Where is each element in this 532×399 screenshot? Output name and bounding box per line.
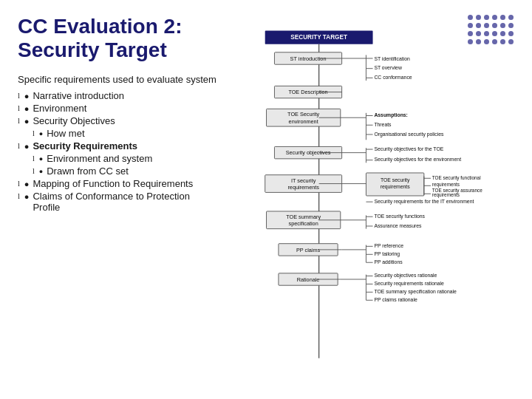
svg-text:PP tailoring: PP tailoring: [374, 251, 400, 257]
list-item-drawn-cc: ● Drawn from CC set: [18, 165, 217, 177]
subtitle: Specific requirements used to evaluate s…: [18, 74, 217, 85]
svg-text:TOE security: TOE security: [381, 177, 410, 183]
list-item-text: Environment: [33, 103, 86, 114]
sub-bullet-icon: ●: [39, 130, 43, 137]
svg-text:specification: specification: [289, 220, 318, 227]
list-item-narrative: ● Narrative introduction: [18, 89, 217, 102]
svg-text:IT security: IT security: [291, 177, 316, 184]
right-panel: SECURITY TARGET ST introduction ST ident…: [225, 15, 514, 392]
sub-bullet-icon: ●: [39, 155, 43, 163]
svg-text:requirements: requirements: [432, 182, 460, 188]
svg-text:TOE Security: TOE Security: [287, 111, 320, 117]
svg-text:CC conformance: CC conformance: [374, 75, 412, 80]
svg-text:TOE summary: TOE summary: [286, 214, 321, 220]
sub-bullet-icon: ●: [39, 168, 43, 175]
list-item-text: Security Requirements: [33, 140, 137, 151]
svg-text:PP reference: PP reference: [374, 243, 403, 248]
svg-text:Assumptions:: Assumptions:: [374, 112, 408, 118]
svg-text:TOE summary specification rati: TOE summary specification rationale: [374, 289, 457, 295]
bullet-icon: ●: [24, 192, 30, 201]
svg-text:requirements: requirements: [287, 184, 319, 191]
svg-text:Security objectives for the en: Security objectives for the environment: [374, 157, 461, 163]
list-item-text: Environment and system: [47, 153, 152, 164]
list-item-claims: ● Claims of Conformance to Protection Pr…: [18, 190, 217, 214]
list-item-text: Claims of Conformance to Protection Prof…: [33, 191, 217, 213]
list-item-how-met: ● How met: [18, 127, 217, 140]
svg-text:TOE security functions: TOE security functions: [374, 214, 425, 219]
main-bullet-list: ● Narrative introduction ● Environment ●…: [18, 89, 217, 214]
svg-text:Security requirements rational: Security requirements rationale: [374, 281, 444, 287]
list-item-text: Security Objectives: [33, 115, 115, 126]
list-item-security-requirements: ● Security Requirements: [18, 140, 217, 152]
list-item-env-system: ● Environment and system: [18, 152, 217, 165]
page: CC Evaluation 2: Security Target Specifi…: [0, 0, 532, 399]
svg-text:ST identification: ST identification: [374, 56, 410, 61]
svg-text:requirements: requirements: [381, 184, 410, 190]
svg-text:ST overview: ST overview: [374, 65, 402, 70]
list-item-mapping: ● Mapping of Function to Requirements: [18, 177, 217, 190]
svg-text:TOE security functional: TOE security functional: [432, 175, 481, 181]
svg-text:requirements: requirements: [432, 192, 460, 198]
bullet-icon: ●: [24, 180, 30, 188]
bullet-icon: ●: [24, 142, 30, 151]
list-item-text: Narrative introduction: [33, 90, 124, 101]
svg-text:PP claims rationale: PP claims rationale: [374, 297, 417, 302]
svg-text:Security objectives for the TO: Security objectives for the TOE: [374, 146, 443, 152]
svg-text:Threats: Threats: [374, 122, 392, 127]
list-item-security-objectives: ● Security Objectives: [18, 115, 217, 127]
page-title: CC Evaluation 2: Security Target: [18, 15, 217, 62]
list-item-text: Mapping of Function to Requirements: [33, 178, 193, 189]
list-item-text: Drawn from CC set: [47, 166, 129, 177]
svg-text:Organisational security polici: Organisational security policies: [374, 132, 444, 137]
svg-text:Assurance measures: Assurance measures: [374, 223, 422, 228]
left-panel: CC Evaluation 2: Security Target Specifi…: [18, 15, 217, 392]
svg-text:Security requirements for the : Security requirements for the IT environ…: [374, 199, 474, 205]
list-item-text: How met: [47, 128, 84, 139]
svg-text:Rationale: Rationale: [297, 276, 320, 283]
svg-text:PP claims: PP claims: [296, 247, 321, 253]
svg-text:environment: environment: [289, 118, 318, 125]
svg-text:Security objectives rationale: Security objectives rationale: [374, 273, 437, 279]
diagram-svg: SECURITY TARGET ST introduction ST ident…: [225, 15, 514, 392]
diagram-title: SECURITY TARGET: [290, 34, 347, 41]
bullet-icon: ●: [24, 104, 30, 113]
bullet-icon: ●: [24, 117, 30, 126]
bullet-icon: ●: [24, 92, 30, 100]
list-item-environment: ● Environment: [18, 102, 217, 115]
svg-text:PP additions: PP additions: [374, 259, 403, 265]
